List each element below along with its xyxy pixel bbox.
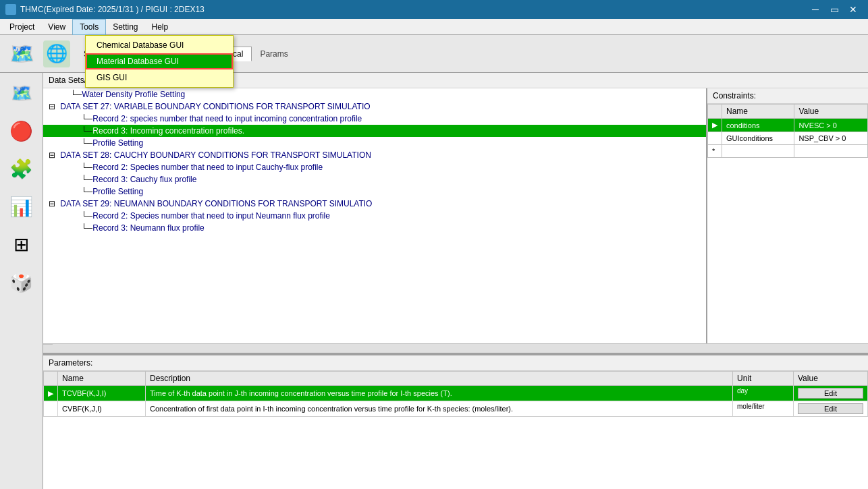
dropdown-item-label-1: Material Database GUI — [97, 57, 179, 66]
dropdown-menu: Chemical Database GUI Material Database … — [85, 35, 234, 88]
dropdown-item-material-db[interactable]: Material Database GUI — [86, 53, 233, 69]
dropdown-item-chemical-db[interactable]: Chemical Database GUI — [86, 37, 233, 53]
dropdown-item-label-2: GIS GUI — [97, 73, 127, 82]
dropdown-item-label-0: Chemical Database GUI — [97, 40, 184, 50]
dropdown-item-gis-gui[interactable]: GIS GUI — [86, 69, 233, 86]
